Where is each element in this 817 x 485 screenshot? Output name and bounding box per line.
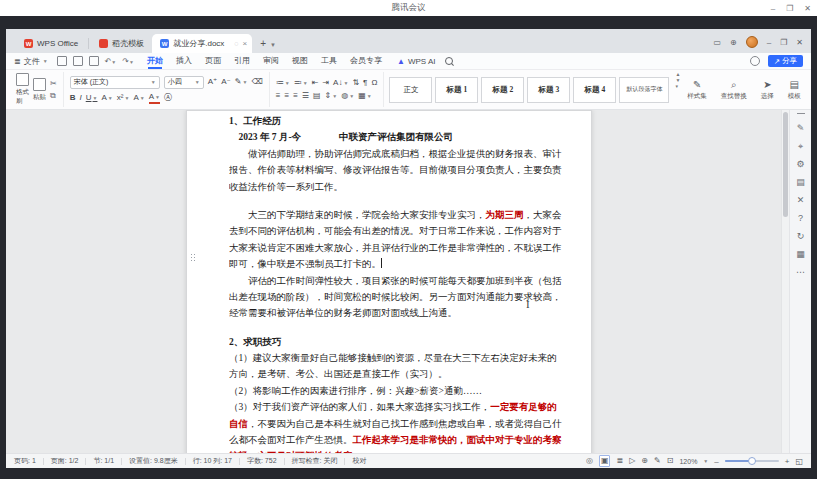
avatar[interactable] [746,36,758,48]
bullet-list-icon[interactable]: ≔▼ [276,78,290,88]
search-icon[interactable] [445,57,453,65]
ink-pen-icon[interactable]: ✎ [654,456,661,466]
zoom-in-icon[interactable]: + [785,457,790,466]
close-icon[interactable]: ✕ [804,4,811,13]
style-item-4[interactable]: 标题 4 [573,77,616,103]
outline-view-icon[interactable]: ≣ [616,456,623,466]
style-item-1[interactable]: 标题 1 [435,77,478,103]
tool-style-set[interactable]: ✎样式集 [680,72,714,107]
wps-close-icon[interactable]: ✕ [796,38,803,47]
close-icon[interactable]: ✕ [797,195,805,205]
show-marks-icon[interactable]: ¶ [363,78,367,88]
target-icon[interactable]: ⌖ [798,141,803,151]
status-item-3[interactable]: 设置值: 9.8厘米 [129,456,178,466]
redo-icon[interactable]: ↷▼ [122,57,134,66]
document-page[interactable]: 1、工作经历 2023 年 7 月-今 中联资产评估集团有限公司 做评估师助理，… [186,110,592,453]
tab-list-caret-icon[interactable]: ▼ [270,42,276,48]
globe-icon[interactable]: ⊕ [730,38,737,47]
style-item-3[interactable]: 标题 3 [527,77,570,103]
new-tab-button[interactable]: + [260,39,266,49]
status-item-6[interactable]: 拼写检查: 关闭 [292,456,338,466]
align-right-icon[interactable]: ≡ [293,91,298,101]
tool-select[interactable]: ➤选择 [754,72,781,107]
ribbon-tab-4[interactable]: 审阅 [263,53,279,69]
collapse-dash-icon[interactable] [797,113,805,114]
border-icon[interactable]: ▦▼ [358,91,372,101]
increase-indent-icon[interactable]: ⇥ [322,78,329,88]
underline-button[interactable]: U▼ [86,93,98,103]
zoom-level[interactable]: 120% [679,458,697,465]
minimize-icon[interactable]: – [771,4,775,13]
device-icon[interactable]: ▭ [713,38,721,47]
wps-minimize-icon[interactable]: – [767,38,771,47]
zoom-slider[interactable] [725,460,779,462]
tool-find-replace[interactable]: ⌕查找替换 [714,72,754,107]
status-item-0[interactable]: 页码: 1 [14,456,36,466]
ribbon-tab-2[interactable]: 页面 [205,53,221,69]
status-item-7[interactable]: 校对 [352,456,366,466]
status-item-5[interactable]: 字数: 752 [247,456,277,466]
status-item-1[interactable]: 页面: 1/2 [51,456,79,466]
play-icon[interactable]: ▷ [629,456,635,466]
decrease-font-icon[interactable]: A⁻ [221,77,231,87]
clear-format-icon[interactable]: ⌫ [251,77,262,87]
font-size-select[interactable]: 小四 ▼ [164,76,204,89]
tool-template[interactable]: ▤模板 [781,72,808,107]
file-menu[interactable]: ≣ 文件 ▼ [14,56,48,67]
tab-pin-icon[interactable]: ◌ [234,40,238,47]
paste-button[interactable]: 粘贴 [33,78,46,102]
ribbon-tab-3[interactable]: 引用 [234,53,250,69]
status-item-2[interactable]: 节: 1/1 [93,456,114,466]
line-spacing-icon[interactable]: ⇕▼ [325,91,338,101]
justify-icon[interactable]: ☰ [302,91,309,101]
more-icon[interactable]: ⋯ [796,267,805,277]
ribbon-tab-1[interactable]: 插入 [176,53,192,69]
status-item-4[interactable]: 行: 10 列: 17 [193,456,232,466]
ribbon-tab-5[interactable]: 视图 [292,53,308,69]
tab-docer[interactable]: 稻壳模板 [91,34,152,53]
tab-document[interactable]: W 就业分享.docx ◌ × [152,34,252,53]
history-icon[interactable] [750,56,760,66]
ribbon-tab-0[interactable]: 开始 [147,53,163,69]
pen-icon[interactable]: ✎ [797,123,805,133]
char-shading-icon[interactable]: Ⓐ [164,93,172,103]
text-effects-icon[interactable]: ✎▼ [235,77,248,87]
ribbon-tab-6[interactable]: 工具 [321,53,337,69]
strikethrough-icon[interactable]: A▼ [101,93,112,103]
tool-arrange[interactable]: ⧉排列 [808,72,811,107]
text-direction-icon[interactable]: A↓▼ [333,78,348,88]
wps-ai-entry[interactable]: ▲ WPS AI [397,57,435,66]
decrease-indent-icon[interactable]: ⇤ [312,78,319,88]
zoom-out-icon[interactable]: – [714,457,718,466]
share-button[interactable]: ↗ 分享 [768,55,803,67]
fullscreen-icon[interactable]: ◱ [795,457,803,466]
zoom-slider-knob[interactable] [748,457,756,465]
style-item-5[interactable]: 默认段落字体 [619,77,669,103]
web-view-icon[interactable]: ⊕ [641,456,648,466]
document-text[interactable]: 1、工作经历 2023 年 7 月-今 中联资产评估集团有限公司 做评估师助理，… [187,111,591,453]
page-view-icon[interactable]: ▣ [599,455,611,467]
number-list-icon[interactable]: ≕▼ [294,78,308,88]
fit-page-icon[interactable]: ⊡ [667,456,674,466]
bold-button[interactable]: B [70,93,76,103]
restore-icon[interactable]: ❐ [786,4,793,13]
scrollbar-thumb[interactable] [783,112,788,217]
highlight-color-icon[interactable]: A▼ [133,93,144,103]
refresh-icon[interactable]: ↻ [797,231,805,241]
copy-icon[interactable]: ⧉ [50,91,57,101]
italic-button[interactable]: I [79,93,81,103]
distribute-icon[interactable]: ▤ [313,91,321,101]
font-name-select[interactable]: 宋体 (正文) ▼ [70,76,160,89]
shading-icon[interactable]: ◍▼ [341,91,354,101]
notes-icon[interactable]: ▤ [796,177,805,187]
style-item-0[interactable]: 正文 [389,77,432,103]
symbol-icon[interactable]: Ω [371,78,377,88]
tab-wps-home[interactable]: W WPS Office [16,34,86,53]
sort-icon[interactable]: ⇅ [352,78,359,88]
zoom-caret-icon[interactable]: ▼ [703,458,708,464]
cut-icon[interactable]: ✂ [50,79,57,88]
tab-close-icon[interactable]: × [243,39,248,48]
paragraph-drag-handle[interactable] [190,253,196,262]
document-area[interactable]: 1、工作经历 2023 年 7 月-今 中联资产评估集团有限公司 做评估师助理，… [6,110,789,453]
gear-icon[interactable]: ⚙ [796,159,804,169]
